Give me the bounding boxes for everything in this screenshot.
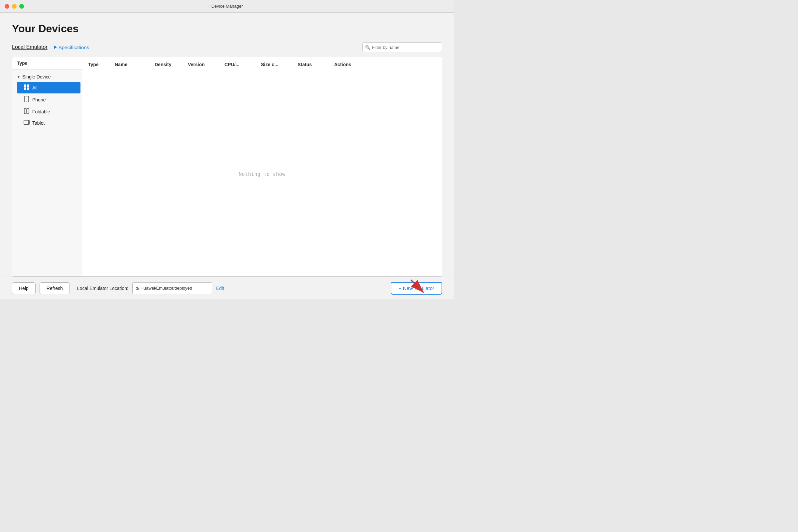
- refresh-button[interactable]: Refresh: [40, 282, 70, 294]
- sidebar-item-tablet[interactable]: Tablet: [17, 118, 80, 128]
- toolbar: Local Emulator Specifications 🔍: [12, 42, 442, 52]
- all-icon: [24, 84, 30, 91]
- help-button[interactable]: Help: [12, 282, 36, 294]
- svg-rect-3: [27, 88, 29, 90]
- close-button[interactable]: [5, 4, 9, 8]
- edit-link[interactable]: Edit: [216, 286, 224, 291]
- single-device-group: ▼ Single Device: [12, 72, 82, 128]
- main-content: Your Devices Local Emulator Specificatio…: [0, 13, 454, 277]
- table-body: Nothing to show: [82, 72, 442, 276]
- window-controls: [5, 4, 24, 8]
- specifications-link[interactable]: Specifications: [54, 44, 90, 50]
- new-emulator-button[interactable]: + New Emulator: [391, 282, 442, 294]
- filter-wrap: 🔍: [362, 42, 442, 52]
- right-panel: Type Name Density Version CPU/... Size o…: [82, 57, 442, 276]
- sidebar-item-foldable[interactable]: Foldable: [17, 106, 80, 117]
- phone-icon: [24, 96, 30, 103]
- foldable-label: Foldable: [32, 109, 50, 114]
- svg-rect-0: [24, 84, 26, 87]
- col-name: Name: [112, 57, 152, 72]
- col-status: Status: [295, 57, 331, 72]
- foldable-icon: [24, 108, 30, 115]
- tablet-label: Tablet: [32, 120, 44, 126]
- svg-point-5: [26, 101, 27, 102]
- table-header: Type Name Density Version CPU/... Size o…: [82, 57, 442, 72]
- phone-label: Phone: [32, 97, 45, 102]
- left-panel: Type ▼ Single Device: [12, 57, 82, 276]
- page-heading: Your Devices: [12, 23, 442, 35]
- tablet-icon: [24, 120, 30, 126]
- col-actions: Actions: [331, 57, 372, 72]
- location-input[interactable]: [132, 282, 212, 294]
- all-label: All: [32, 85, 38, 91]
- col-density: Density: [152, 57, 185, 72]
- local-emulator-link[interactable]: Local Emulator: [12, 44, 48, 50]
- svg-rect-7: [27, 108, 29, 114]
- filter-input[interactable]: [362, 42, 442, 52]
- col-type: Type: [86, 57, 112, 72]
- spec-triangle-icon: [54, 45, 57, 49]
- col-cpu: CPU/...: [222, 57, 258, 72]
- minimize-button[interactable]: [12, 4, 17, 8]
- svg-rect-6: [24, 108, 26, 114]
- content-area: Type ▼ Single Device: [12, 57, 442, 277]
- sidebar-item-all[interactable]: All: [17, 82, 80, 93]
- svg-rect-2: [24, 88, 26, 90]
- device-tree: ▼ Single Device: [12, 70, 82, 131]
- col-version: Version: [185, 57, 222, 72]
- left-panel-header: Type: [12, 57, 82, 70]
- maximize-button[interactable]: [19, 4, 24, 8]
- window-title: Device Manager: [211, 4, 243, 8]
- caret-down-icon: ▼: [17, 75, 20, 79]
- bottom-bar: Help Refresh Local Emulator Location: Ed…: [0, 277, 454, 299]
- location-label: Local Emulator Location:: [77, 286, 128, 291]
- device-type-list: All Phone: [12, 82, 82, 128]
- svg-rect-1: [27, 84, 29, 87]
- single-device-label[interactable]: ▼ Single Device: [12, 72, 82, 81]
- sidebar-item-phone[interactable]: Phone: [17, 94, 80, 106]
- empty-message: Nothing to show: [239, 171, 285, 177]
- titlebar: Device Manager: [0, 0, 454, 13]
- col-size: Size o...: [258, 57, 295, 72]
